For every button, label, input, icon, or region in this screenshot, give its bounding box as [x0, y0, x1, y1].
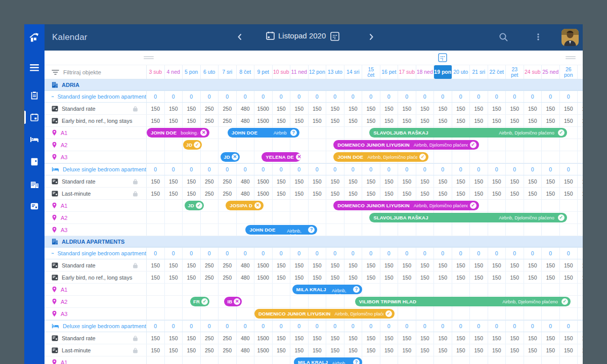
day-cell[interactable]	[506, 151, 524, 163]
day-cell[interactable]	[290, 212, 309, 223]
day-header-24[interactable]: 24 sub	[524, 65, 542, 79]
day-header-11[interactable]: 11 ned	[290, 65, 309, 79]
day-cell[interactable]	[219, 284, 237, 295]
sidebar-item-rates[interactable]	[24, 196, 45, 216]
rate-cell[interactable]: 480	[237, 188, 255, 199]
day-cell[interactable]	[273, 200, 291, 211]
rate-cell[interactable]: 150	[326, 175, 344, 187]
sidebar-item-properties[interactable]	[24, 174, 45, 194]
availability-cell[interactable]: 0	[273, 321, 291, 332]
rate-cell[interactable]: 150	[452, 332, 470, 344]
availability-cell[interactable]: 0	[201, 91, 219, 102]
rate-cell[interactable]: 150	[578, 175, 583, 187]
day-cell[interactable]	[254, 139, 273, 151]
row-label[interactable]: A3	[45, 308, 147, 320]
availability-cell[interactable]: 0	[398, 248, 416, 259]
rate-cell[interactable]: 150	[524, 259, 542, 271]
availability-cell[interactable]: 0	[273, 248, 291, 259]
day-cell[interactable]	[578, 308, 583, 320]
day-cell[interactable]	[362, 284, 380, 295]
rate-cell[interactable]: 150	[452, 115, 470, 126]
rate-cell[interactable]: 150	[344, 271, 363, 283]
day-cell[interactable]	[165, 151, 183, 163]
rate-cell[interactable]: 150	[165, 103, 183, 114]
day-cell[interactable]	[290, 139, 309, 151]
rate-cell[interactable]: 150	[524, 175, 542, 187]
rate-cell[interactable]: 250	[201, 344, 219, 356]
day-cell[interactable]	[183, 212, 201, 223]
availability-cell[interactable]: 0	[237, 321, 255, 332]
row-label[interactable]: Deluxe single bedroom apartment	[45, 321, 147, 332]
rate-cell[interactable]: 150	[452, 344, 470, 356]
row-label[interactable]: Last-minute	[45, 188, 147, 199]
booking-chip[interactable]: FR✓	[190, 297, 209, 306]
day-cell[interactable]	[309, 151, 327, 163]
rate-cell[interactable]: 150	[165, 344, 183, 356]
row-label[interactable]: Deluxe single bedroom apartment	[45, 164, 147, 175]
rate-cell[interactable]: 150	[560, 175, 578, 187]
availability-cell[interactable]: 0	[362, 321, 380, 332]
day-cell[interactable]	[254, 356, 273, 364]
rate-cell[interactable]: 150	[273, 271, 291, 283]
availability-cell[interactable]: 0	[434, 321, 452, 332]
day-header-17[interactable]: 17 sub	[398, 65, 416, 79]
availability-cell[interactable]: 0	[470, 91, 488, 102]
rate-cell[interactable]: 150	[362, 175, 380, 187]
booking-chip[interactable]: JD✕	[221, 152, 240, 162]
rate-cell[interactable]: 150	[344, 188, 363, 199]
day-cell[interactable]	[237, 284, 255, 295]
rate-cell[interactable]: 250	[201, 175, 219, 187]
sidebar-item-calendar[interactable]	[24, 107, 45, 127]
rate-cell[interactable]: 150	[344, 332, 363, 344]
rate-cell[interactable]: 150	[326, 332, 344, 344]
rate-cell[interactable]: 150	[416, 175, 435, 187]
availability-cell[interactable]: 0	[147, 91, 165, 102]
rate-cell[interactable]: 150	[560, 188, 578, 199]
availability-cell[interactable]: 0	[416, 248, 435, 259]
rate-cell[interactable]: 150	[309, 259, 327, 271]
day-cell[interactable]	[416, 224, 435, 236]
availability-cell[interactable]: 0	[165, 91, 183, 102]
booking-chip[interactable]: IB✕	[224, 297, 242, 306]
day-cell[interactable]	[470, 284, 488, 295]
month-selector[interactable]: Listopad 2020	[266, 31, 326, 40]
availability-cell[interactable]: 0	[542, 248, 560, 259]
day-cell[interactable]	[452, 224, 470, 236]
day-cell[interactable]	[416, 356, 435, 364]
day-cell[interactable]	[506, 139, 524, 151]
rate-cell[interactable]: 150	[524, 115, 542, 126]
day-cell[interactable]	[183, 151, 201, 163]
availability-cell[interactable]: 0	[470, 164, 488, 175]
day-cell[interactable]	[542, 224, 560, 236]
availability-cell[interactable]: 0	[147, 248, 165, 259]
rate-cell[interactable]: 250	[219, 188, 237, 199]
rate-cell[interactable]: 150	[416, 259, 435, 271]
rate-cell[interactable]: 150	[398, 344, 416, 356]
day-cell[interactable]	[578, 296, 583, 307]
availability-cell[interactable]: 0	[254, 164, 273, 175]
day-cell[interactable]	[147, 151, 165, 163]
day-cell[interactable]	[578, 127, 583, 139]
rate-cell[interactable]: 150	[380, 188, 399, 199]
more-options-button[interactable]	[534, 32, 543, 43]
rate-cell[interactable]: 150	[147, 271, 165, 283]
filter-objects[interactable]	[45, 65, 147, 79]
day-cell[interactable]	[273, 139, 291, 151]
rate-cell[interactable]: 150	[380, 344, 399, 356]
rate-cell[interactable]: 150	[398, 115, 416, 126]
rate-cell[interactable]: 150	[362, 115, 380, 126]
column-resize-handle[interactable]	[144, 56, 154, 59]
row-label[interactable]: ADRIA	[45, 79, 583, 90]
day-cell[interactable]	[488, 224, 506, 236]
rate-cell[interactable]: 150	[290, 103, 309, 114]
rate-cell[interactable]: 150	[542, 259, 560, 271]
row-label[interactable]: A2	[45, 212, 147, 223]
day-cell[interactable]	[488, 139, 506, 151]
day-cell[interactable]	[165, 139, 183, 151]
day-cell[interactable]	[578, 224, 583, 236]
day-header-19[interactable]: 19 pon	[434, 65, 452, 79]
rate-cell[interactable]: 250	[201, 188, 219, 199]
rate-cell[interactable]: 150	[183, 188, 201, 199]
availability-cell[interactable]: 0	[578, 164, 583, 175]
day-cell[interactable]	[452, 284, 470, 295]
